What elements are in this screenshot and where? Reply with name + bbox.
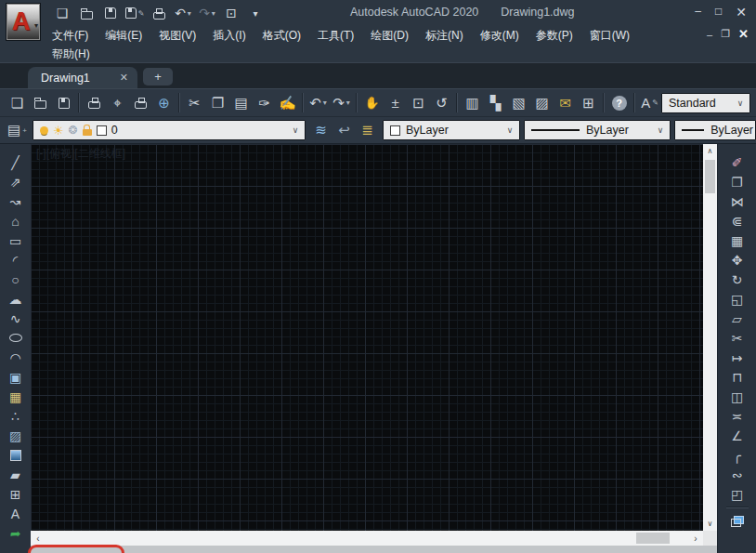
menu-file[interactable]: 文件(F) [52, 28, 88, 44]
linetype-combo[interactable]: ByLayer ∨ [524, 120, 671, 140]
save-file-button[interactable] [52, 92, 75, 114]
vertical-scroll-thumb[interactable] [705, 160, 715, 193]
erase-tool-button[interactable]: ✐ [724, 152, 750, 172]
quick-calc-button[interactable]: ⊞ [577, 92, 600, 114]
qat-workspace-button[interactable]: ⊡ [221, 4, 241, 22]
zoom-window-button[interactable]: ⊡ [407, 92, 430, 114]
close-button[interactable]: ✕ [736, 5, 747, 20]
vertical-scrollbar[interactable]: ∧ ∨ [703, 144, 717, 531]
zoom-realtime-button[interactable]: ± [384, 92, 407, 114]
layer-lock-icon[interactable] [83, 129, 92, 136]
region-tool-button[interactable]: ▰ [3, 465, 29, 484]
chamfer-tool-button[interactable]: ∠ [724, 426, 750, 445]
hatch-tool-button[interactable]: ▨ [3, 426, 29, 445]
doc-minimize-button[interactable]: – [707, 29, 712, 40]
make-object-layer-current-button[interactable]: ≋ [309, 119, 332, 141]
horizontal-scrollbar[interactable]: ‹ › [31, 531, 703, 546]
layouts-flyout-button[interactable] [724, 511, 750, 531]
text-style-button[interactable]: A✎ [638, 92, 661, 114]
ellipse-tool-button[interactable] [3, 328, 29, 348]
markup-set-manager-button[interactable]: ✉ [554, 92, 577, 114]
point-tool-button[interactable]: ∴ [3, 406, 29, 426]
doc-close-button[interactable]: ✕ [738, 27, 749, 41]
offset-tool-button[interactable]: ⋐ [724, 211, 750, 230]
circle-tool-button[interactable]: ○ [3, 270, 29, 289]
new-drawing-tab-button[interactable]: + [143, 68, 173, 86]
polyline-tool-button[interactable]: ↝ [3, 191, 29, 211]
gradient-tool-button[interactable] [3, 445, 29, 465]
paste-clip-button[interactable]: ▤ [229, 92, 253, 114]
stretch-tool-button[interactable]: ▱ [724, 309, 750, 328]
menu-format[interactable]: 格式(O) [263, 28, 301, 44]
layer-on-icon[interactable] [40, 126, 48, 135]
help-button[interactable]: ? [607, 92, 631, 114]
layer-freeze-sun-icon[interactable]: ☀ [53, 124, 64, 138]
properties-palette-button[interactable]: ▥ [461, 92, 484, 114]
blend-curves-tool-button[interactable]: ∾ [724, 465, 750, 484]
add-selected-tool-button[interactable]: ➦ [3, 523, 29, 543]
ellipse-arc-tool-button[interactable]: ◠ [3, 348, 29, 367]
scroll-down-icon[interactable]: ∨ [703, 517, 717, 531]
layer-match-button[interactable]: ≣ [356, 119, 379, 141]
mirror-tool-button[interactable]: ⋈ [724, 191, 750, 211]
tool-palettes-button[interactable]: ▧ [507, 92, 530, 114]
menu-view[interactable]: 视图(V) [159, 28, 196, 44]
pan-button[interactable]: ✋ [360, 92, 384, 114]
copy-clip-button[interactable]: ❐ [206, 92, 229, 114]
viewport-freeze-icon[interactable]: ❂ [69, 124, 78, 137]
qat-new-button[interactable]: ❏ [52, 4, 72, 22]
table-tool-button[interactable]: ⊞ [3, 484, 29, 504]
app-menu-button[interactable]: A ▾ [6, 3, 41, 41]
array-tool-button[interactable]: ▦ [724, 230, 750, 250]
open-file-button[interactable] [29, 92, 52, 114]
join-tool-button[interactable]: ≍ [724, 406, 750, 426]
plot-button[interactable] [83, 92, 106, 114]
redo-button[interactable]: ↷▾ [330, 92, 353, 114]
menu-dimension[interactable]: 标注(N) [425, 28, 463, 44]
menu-tools[interactable]: 工具(T) [318, 28, 354, 44]
polygon-tool-button[interactable]: ⌂ [3, 211, 29, 230]
maximize-button[interactable]: □ [715, 5, 722, 20]
text-style-combo[interactable]: Standard ∨ [661, 93, 750, 113]
construction-line-tool-button[interactable]: ⇗ [3, 172, 29, 191]
qat-plot-button[interactable] [149, 4, 169, 22]
menu-help[interactable]: 帮助(H) [52, 47, 90, 60]
scroll-left-icon[interactable]: ‹ [31, 531, 46, 546]
scale-tool-button[interactable]: ◱ [724, 289, 750, 309]
sheet-set-manager-button[interactable]: ▨ [530, 92, 554, 114]
qat-save-button[interactable] [100, 4, 121, 22]
zoom-previous-button[interactable]: ↺ [430, 92, 453, 114]
multiline-text-tool-button[interactable]: A [3, 504, 29, 523]
explode-tool-button[interactable]: ◰ [724, 484, 750, 504]
break-tool-button[interactable]: ◫ [724, 387, 750, 406]
publish-button[interactable]: ⊕ [152, 92, 176, 114]
redline-edit-button[interactable]: ✍ [276, 92, 299, 114]
scroll-up-icon[interactable]: ∧ [703, 144, 717, 158]
viewport-controls-label[interactable]: [-][俯视][二维线框] [36, 146, 125, 162]
scroll-right-icon[interactable]: › [688, 531, 703, 546]
arc-tool-button[interactable]: ◜ [3, 250, 29, 270]
tab-close-icon[interactable]: ✕ [120, 72, 128, 84]
spline-tool-button[interactable]: ∿ [3, 309, 29, 328]
line-tool-button[interactable]: ╱ [3, 152, 29, 172]
layer-previous-button[interactable]: ↩ [332, 119, 356, 141]
etransmit-button[interactable] [129, 92, 152, 114]
fillet-tool-button[interactable]: ╭ [724, 445, 750, 465]
menu-edit[interactable]: 编辑(E) [105, 28, 142, 44]
menu-window[interactable]: 窗口(W) [590, 28, 630, 44]
qat-open-button[interactable] [76, 4, 97, 22]
menu-draw[interactable]: 绘图(D) [371, 28, 409, 44]
drawing-canvas[interactable]: [-][俯视][二维线框] [31, 144, 703, 531]
make-block-tool-button[interactable]: ▦ [3, 387, 29, 406]
extend-tool-button[interactable]: ↦ [724, 348, 750, 367]
doc-restore-button[interactable]: ❐ [721, 28, 730, 40]
match-properties-button[interactable]: ✑ [253, 92, 276, 114]
rotate-tool-button[interactable]: ↻ [724, 270, 750, 289]
rectangle-tool-button[interactable]: ▭ [3, 230, 29, 250]
insert-block-tool-button[interactable]: ▣ [3, 367, 29, 387]
break-at-point-tool-button[interactable]: ⊓ [724, 367, 750, 387]
qat-more-button[interactable]: ▾ [245, 4, 266, 22]
horizontal-scroll-thumb[interactable] [636, 533, 670, 544]
object-color-combo[interactable]: ByLayer ∨ [383, 120, 520, 140]
move-tool-button[interactable]: ✥ [724, 250, 750, 270]
